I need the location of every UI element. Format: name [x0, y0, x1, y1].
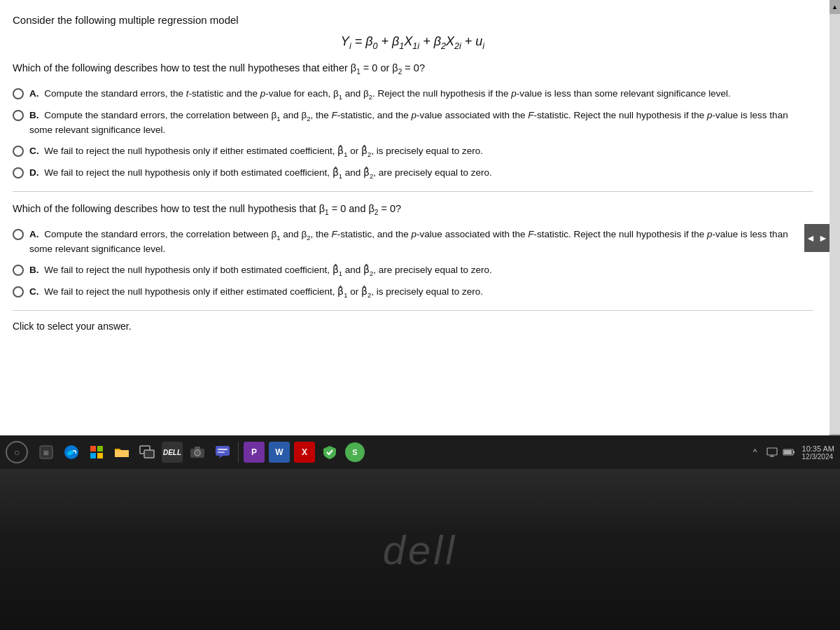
chevron-up-icon[interactable]: ^ [749, 446, 762, 458]
svg-rect-14 [216, 446, 230, 456]
question1-text: Which of the following describes how to … [13, 61, 813, 77]
q1-radio-a[interactable] [13, 88, 24, 99]
svg-rect-5 [90, 453, 96, 458]
svg-point-12 [196, 451, 199, 454]
svg-rect-4 [97, 446, 103, 451]
laptop-bottom: dell [0, 469, 840, 630]
q1-radio-d[interactable] [13, 167, 24, 178]
dell-app-button[interactable]: DELL [162, 442, 183, 463]
folder-button[interactable] [111, 442, 132, 463]
nav-right-arrow[interactable]: ► [817, 224, 830, 252]
system-tray: ^ 10:35 AM 12/3/2024 [749, 444, 834, 461]
chat-icon [215, 445, 230, 459]
question2-text: Which of the following describes how to … [13, 202, 813, 218]
clock-time: 10:35 AM [802, 444, 834, 453]
formula-display: Yi = β0 + β1X1i + β2X2i + ui [13, 34, 813, 51]
scrollbar[interactable]: ▲ ▼ [830, 0, 840, 448]
battery-icon[interactable] [783, 446, 795, 458]
excel-button[interactable]: X [294, 442, 315, 463]
q1-option-c[interactable]: C. We fail to reject the null hypothesis… [13, 144, 813, 159]
powerpoint-label: P [251, 447, 257, 457]
svg-rect-16 [218, 451, 225, 453]
q2-option-a[interactable]: A. Compute the standard errors, the corr… [13, 227, 813, 256]
svg-text:⊞: ⊞ [43, 449, 49, 456]
clock: 10:35 AM 12/3/2024 [802, 444, 834, 461]
support-icon: S [345, 442, 365, 462]
search-button[interactable]: ⊞ [36, 442, 57, 463]
search-icon: ⊞ [39, 445, 53, 459]
security-button[interactable] [319, 442, 340, 463]
quiz-panel: Consider the following multiple regressi… [0, 0, 830, 448]
svg-rect-15 [218, 449, 227, 450]
edge-button[interactable] [61, 442, 82, 463]
monitor-icon[interactable] [766, 446, 778, 458]
quiz-intro: Consider the following multiple regressi… [13, 13, 813, 27]
clock-date: 12/3/2024 [802, 453, 834, 461]
svg-rect-17 [767, 448, 777, 455]
taskview-icon [139, 445, 155, 459]
dell-logo-watermark: dell [383, 526, 457, 573]
svg-rect-21 [784, 450, 792, 454]
edge-icon [63, 444, 80, 461]
powerpoint-button[interactable]: P [244, 442, 265, 463]
svg-rect-22 [793, 451, 794, 454]
svg-rect-7 [115, 450, 129, 457]
svg-rect-13 [195, 447, 200, 449]
scroll-track [830, 14, 840, 434]
scroll-up-arrow[interactable]: ▲ [830, 0, 840, 14]
monitor-tray-icon [766, 447, 778, 457]
q1-radio-b[interactable] [13, 110, 24, 121]
camera-button[interactable] [187, 442, 208, 463]
nav-left-arrow[interactable]: ◄ [804, 224, 817, 252]
taskbar-sep-1 [238, 442, 239, 463]
camera-icon [190, 446, 205, 458]
word-button[interactable]: W [269, 442, 290, 463]
click-prompt: Click to select your answer. [13, 321, 813, 332]
taskbar: ○ ⊞ [0, 435, 840, 469]
support-button[interactable]: S [344, 442, 365, 463]
battery-tray-icon [783, 448, 795, 456]
q2-radio-c[interactable] [13, 286, 24, 298]
chat-button[interactable] [212, 442, 233, 463]
apps-button[interactable] [86, 442, 107, 463]
q1-radio-c[interactable] [13, 146, 24, 157]
apps-icon [89, 444, 104, 460]
svg-rect-3 [90, 446, 96, 451]
section-divider [13, 191, 813, 192]
q2-option-b[interactable]: B. We fail to reject the null hypothesis… [13, 263, 813, 278]
svg-rect-9 [144, 450, 154, 458]
start-button[interactable]: ○ [6, 441, 28, 463]
word-label: W [275, 447, 283, 457]
excel-label: X [302, 447, 307, 457]
taskview-button[interactable] [136, 442, 158, 463]
q2-option-c[interactable]: C. We fail to reject the null hypothesis… [13, 285, 813, 300]
q1-option-d[interactable]: D. We fail to reject the null hypothesis… [13, 166, 813, 181]
shield-icon [322, 444, 337, 460]
q1-option-a[interactable]: A. Compute the standard errors, the t-st… [13, 87, 813, 102]
section-divider-2 [13, 310, 813, 311]
q2-radio-b[interactable] [13, 265, 24, 276]
q2-radio-a[interactable] [13, 229, 24, 240]
q1-option-b[interactable]: B. Compute the standard errors, the corr… [13, 108, 813, 137]
folder-icon [113, 445, 130, 459]
svg-rect-6 [97, 453, 103, 458]
